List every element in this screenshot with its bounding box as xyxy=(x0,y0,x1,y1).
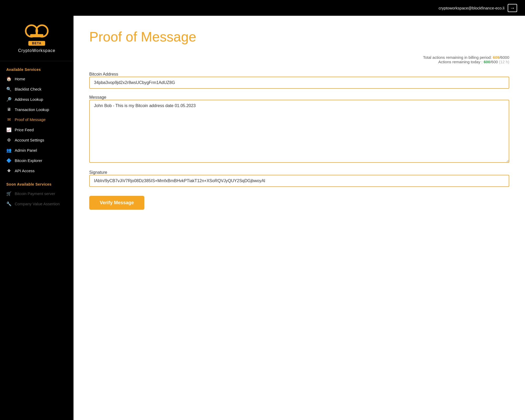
sidebar-item-label: Price Feed xyxy=(15,128,34,132)
billing-today-max: /600 xyxy=(490,60,498,64)
sidebar-item-blacklist[interactable]: 🔍 Blacklist Check xyxy=(0,84,74,94)
sidebar-item-bitcoin-payment: 🛒 Bitcoin Payment server xyxy=(0,188,74,199)
verify-message-button[interactable]: Verify Message xyxy=(89,196,144,210)
beta-badge: BETA xyxy=(28,41,45,46)
brand-name: CryptoWorkspace xyxy=(18,48,55,53)
sidebar-item-label: Bitcoin Explorer xyxy=(15,158,42,163)
layout: BETA CryptoWorkspace Available Services … xyxy=(0,16,525,420)
main-content: Proof of Message Total actions remaining… xyxy=(74,16,525,420)
bitcoin-explorer-icon: 🔷 xyxy=(6,158,12,163)
proof-icon: ✉ xyxy=(6,117,12,122)
billing-today-label: Actions remaining today : xyxy=(438,60,482,64)
brand-section: BETA CryptoWorkspace xyxy=(0,16,74,61)
sidebar-item-transaction-lookup[interactable]: 🖥 Transaction Lookup xyxy=(0,104,74,114)
sidebar: BETA CryptoWorkspace Available Services … xyxy=(0,16,74,420)
sidebar-item-home[interactable]: 🏠 Home xyxy=(0,74,74,84)
soon-available-title: Soon Available Services xyxy=(0,176,74,188)
sidebar-item-address-lookup[interactable]: 🔎 Address Lookup xyxy=(0,94,74,104)
settings-icon: ⚙ xyxy=(6,138,12,143)
billing-today-period: (12 h) xyxy=(499,60,509,64)
sidebar-item-label: Admin Panel xyxy=(15,148,37,153)
payment-server-icon: 🛒 xyxy=(6,191,12,196)
blacklist-icon: 🔍 xyxy=(6,87,12,92)
sidebar-item-company-value: 🔧 Company Value Assertion xyxy=(0,199,74,209)
sidebar-item-label: Address Lookup xyxy=(15,97,43,102)
sidebar-item-api-access[interactable]: ❖ API Access xyxy=(0,166,74,176)
svg-point-4 xyxy=(39,28,45,34)
message-input[interactable] xyxy=(89,100,509,163)
sidebar-item-account-settings[interactable]: ⚙ Account Settings xyxy=(0,135,74,145)
sidebar-item-bitcoin-explorer[interactable]: 🔷 Bitcoin Explorer xyxy=(0,155,74,166)
billing-total-label: Total actions remaining in billing perio… xyxy=(423,55,492,60)
billing-info: Total actions remaining in billing perio… xyxy=(89,55,509,64)
sidebar-item-label: Bitcoin Payment server xyxy=(15,191,55,196)
sidebar-item-price-feed[interactable]: 📈 Price Feed xyxy=(0,125,74,135)
sidebar-item-label: Proof of Message xyxy=(15,117,46,122)
api-icon: ❖ xyxy=(6,168,12,173)
sidebar-item-label: Company Value Assertion xyxy=(15,202,60,206)
billing-today-used: 600 xyxy=(484,60,490,64)
sidebar-item-proof-of-message[interactable]: ✉ Proof of Message xyxy=(0,114,74,125)
user-email: cryptoworkspace@blockfinance-eco.li xyxy=(439,6,505,10)
svg-point-3 xyxy=(28,28,35,34)
transaction-lookup-icon: 🖥 xyxy=(6,107,12,112)
signature-input[interactable] xyxy=(89,175,509,187)
billing-total-used: 609 xyxy=(493,55,499,60)
sidebar-item-label: Home xyxy=(15,77,25,81)
price-feed-icon: 📈 xyxy=(6,127,12,132)
sidebar-item-admin-panel[interactable]: 👥 Admin Panel xyxy=(0,145,74,155)
address-lookup-icon: 🔎 xyxy=(6,97,12,102)
sidebar-item-label: Blacklist Check xyxy=(15,87,41,91)
sidebar-item-label: API Access xyxy=(15,169,35,173)
message-label: Message xyxy=(89,95,106,99)
svg-rect-2 xyxy=(30,34,43,37)
bitcoin-address-input[interactable] xyxy=(89,77,509,89)
logo-icon xyxy=(24,24,50,39)
available-services-title: Available Services xyxy=(0,61,74,74)
admin-icon: 👥 xyxy=(6,148,12,153)
billing-total-max: /6000 xyxy=(499,55,509,60)
page-title: Proof of Message xyxy=(89,29,509,45)
sidebar-item-label: Transaction Lookup xyxy=(15,107,49,112)
sidebar-item-label: Account Settings xyxy=(15,138,44,142)
logout-button[interactable]: → xyxy=(508,4,517,12)
home-icon: 🏠 xyxy=(6,76,12,81)
bitcoin-address-label: Bitcoin Address xyxy=(89,72,118,76)
signature-label: Signature xyxy=(89,170,107,175)
company-value-icon: 🔧 xyxy=(6,201,12,206)
topbar: cryptoworkspace@blockfinance-eco.li → xyxy=(0,0,525,16)
